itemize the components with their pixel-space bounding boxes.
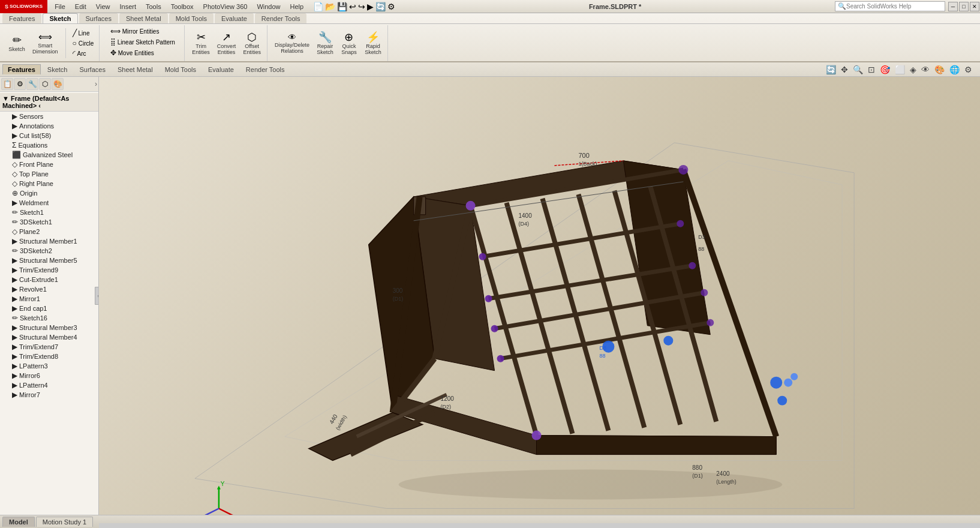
- tree-item-3dsketch1[interactable]: ✏ 3DSketch1: [0, 217, 98, 227]
- smart-dim-button[interactable]: ⟺ SmartDimension: [30, 31, 61, 56]
- menu-toolbox[interactable]: Toolbox: [166, 2, 199, 11]
- view-orientation-icon[interactable]: 🎯: [878, 64, 892, 75]
- tree-item-3dsketch2[interactable]: ✏ 3DSketch2: [0, 246, 98, 256]
- minimize-button[interactable]: ─: [948, 2, 958, 11]
- property-manager-btn[interactable]: ⚙: [14, 78, 26, 90]
- undo-icon[interactable]: ↩: [349, 2, 356, 11]
- panel-collapse-handle[interactable]: ›: [95, 287, 99, 305]
- pan-view-icon[interactable]: ✥: [839, 64, 850, 75]
- linear-pattern-button[interactable]: ⣿ Linear Sketch Pattern: [109, 37, 177, 47]
- scene-icon[interactable]: 🌐: [948, 64, 961, 75]
- tree-item-trim-extend8[interactable]: ▶ Trim/Extend8: [0, 352, 98, 361]
- tab-render-tools[interactable]: Render Tools: [255, 13, 307, 23]
- arc-button[interactable]: ◜ Arc: [71, 49, 96, 58]
- mirror-entities-button[interactable]: ⟺ Mirror Entities: [109, 26, 161, 36]
- ctx-tab-sketch[interactable]: Sketch: [42, 64, 73, 74]
- tree-item-structural-member1[interactable]: ▶ Structural Member1: [0, 236, 98, 246]
- tab-sheet-metal[interactable]: Sheet Metal: [119, 13, 168, 23]
- ctx-tab-render[interactable]: Render Tools: [241, 64, 290, 74]
- tree-item-mirror7[interactable]: ▶ Mirror7: [0, 390, 98, 400]
- search-input[interactable]: [846, 3, 942, 10]
- tree-item-trim-extend7[interactable]: ▶ Trim/Extend7: [0, 342, 98, 352]
- tree-item-equations[interactable]: Σ Equations: [0, 140, 98, 150]
- feature-manager-btn[interactable]: 📋: [1, 78, 13, 90]
- horizontal-scrollbar[interactable]: [99, 523, 980, 528]
- menu-photoview[interactable]: PhotoView 360: [199, 2, 252, 11]
- tree-item-cut-list[interactable]: ▶ Cut list(58): [0, 131, 98, 140]
- menu-tools[interactable]: Tools: [141, 2, 166, 11]
- convert-button[interactable]: ↗ ConvertEntities: [215, 31, 239, 56]
- circle-button[interactable]: ○ Circle: [71, 38, 96, 48]
- menu-view[interactable]: View: [91, 2, 115, 11]
- select-icon[interactable]: ▶: [367, 2, 374, 11]
- tree-item-top-plane[interactable]: ◇ Top Plane: [0, 169, 98, 179]
- tree-item-lpattern3[interactable]: ▶ LPattern3: [0, 361, 98, 371]
- menu-insert[interactable]: Insert: [115, 2, 141, 11]
- tab-sketch[interactable]: Sketch: [43, 13, 77, 23]
- display-style-icon[interactable]: ◈: [908, 64, 918, 75]
- quick-snaps-button[interactable]: ⊕ QuickSnaps: [338, 31, 360, 56]
- ctx-tab-evaluate[interactable]: Evaluate: [203, 64, 239, 74]
- open-icon[interactable]: 📂: [325, 2, 335, 11]
- tree-item-right-plane[interactable]: ◇ Right Plane: [0, 179, 98, 188]
- menu-file[interactable]: File: [50, 2, 70, 11]
- tree-item-lpattern4[interactable]: ▶ LPattern4: [0, 380, 98, 390]
- line-button[interactable]: ╱ Line: [71, 28, 96, 38]
- tree-item-galvanized-steel[interactable]: ⬛ Galvanized Steel: [0, 150, 98, 160]
- tab-surfaces[interactable]: Surfaces: [79, 13, 118, 23]
- sketch-button[interactable]: ✏ Sketch: [6, 34, 28, 53]
- appearance-icon[interactable]: 🎨: [933, 64, 946, 75]
- menu-edit[interactable]: Edit: [70, 2, 91, 11]
- tree-item-sketch1[interactable]: ✏ Sketch1: [0, 208, 98, 217]
- zoom-icon[interactable]: 🔍: [851, 64, 865, 75]
- repair-button[interactable]: 🔧 RepairSketch: [314, 31, 336, 56]
- tree-item-weldment[interactable]: ▶ Weldment: [0, 198, 98, 208]
- tree-item-sketch16[interactable]: ✏ Sketch16: [0, 313, 98, 323]
- tree-item-origin[interactable]: ⊕ Origin: [0, 188, 98, 198]
- config-manager-btn[interactable]: 🔧: [26, 78, 38, 90]
- tab-evaluate[interactable]: Evaluate: [215, 13, 254, 23]
- appearance-btn[interactable]: 🎨: [52, 78, 64, 90]
- tree-item-front-plane[interactable]: ◇ Front Plane: [0, 160, 98, 169]
- tree-item-cut-extrude1[interactable]: ▶ Cut-Extrude1: [0, 275, 98, 284]
- tree-item-structural-member4[interactable]: ▶ Structural Member4: [0, 332, 98, 342]
- viewport[interactable]: 700 1(Back) 1400 (D4) 300 (D1) 1200 (D2)…: [99, 77, 980, 515]
- tree-item-end-cap1[interactable]: ▶ End cap1: [0, 304, 98, 313]
- menu-window[interactable]: Window: [252, 2, 285, 11]
- tab-mold-tools[interactable]: Mold Tools: [169, 13, 214, 23]
- move-entities-button[interactable]: ✥ Move Entities: [109, 48, 156, 58]
- tree-item-revolve1[interactable]: ▶ Revolve1: [0, 284, 98, 294]
- tree-item-structural-member5[interactable]: ▶ Structural Member5: [0, 256, 98, 265]
- maximize-button[interactable]: □: [959, 2, 969, 11]
- offset-button[interactable]: ⬡ OffsetEntities: [241, 31, 263, 56]
- save-icon[interactable]: 💾: [337, 2, 347, 11]
- panel-expand-btn[interactable]: ›: [95, 80, 97, 88]
- hide-show-icon[interactable]: 👁: [919, 64, 931, 75]
- rotate-view-icon[interactable]: 🔄: [824, 64, 838, 75]
- new-icon[interactable]: 📄: [313, 2, 323, 11]
- tree-item-mirror1[interactable]: ▶ Mirror1: [0, 294, 98, 304]
- tab-features[interactable]: Features: [2, 13, 41, 23]
- bottom-tab-motion-study[interactable]: Motion Study 1: [36, 517, 93, 527]
- ctx-tab-mold-tools[interactable]: Mold Tools: [160, 64, 202, 74]
- bottom-tab-model[interactable]: Model: [2, 517, 35, 527]
- tree-item-plane2[interactable]: ◇ Plane2: [0, 227, 98, 236]
- tree-root[interactable]: ▼ Frame (Default<As Machined> ‹: [0, 93, 98, 112]
- rapid-sketch-button[interactable]: ⚡ RapidSketch: [362, 31, 384, 56]
- redo-icon[interactable]: ↪: [358, 2, 365, 11]
- fit-screen-icon[interactable]: ⊡: [866, 64, 877, 75]
- trim-button[interactable]: ✂ TrimEntities: [190, 31, 212, 56]
- section-view-icon[interactable]: ⬜: [893, 64, 907, 75]
- display-delete-button[interactable]: 👁 Display/DeleteRelations: [272, 32, 312, 55]
- dim-expert-btn[interactable]: ⬡: [39, 78, 51, 90]
- menu-help[interactable]: Help: [285, 2, 309, 11]
- tree-item-trim-extend9[interactable]: ▶ Trim/Extend9: [0, 265, 98, 275]
- view-settings-icon[interactable]: ⚙: [963, 64, 974, 75]
- tree-item-mirror6[interactable]: ▶ Mirror6: [0, 371, 98, 380]
- rebuild-icon[interactable]: 🔄: [375, 2, 386, 11]
- tree-item-annotations[interactable]: ▶ Annotations: [0, 121, 98, 131]
- tree-item-structural-member3[interactable]: ▶ Structural Member3: [0, 323, 98, 332]
- tree-item-sensors[interactable]: ▶ Sensors: [0, 112, 98, 121]
- ctx-tab-surfaces[interactable]: Surfaces: [74, 64, 111, 74]
- ctx-tab-features[interactable]: Features: [2, 64, 41, 74]
